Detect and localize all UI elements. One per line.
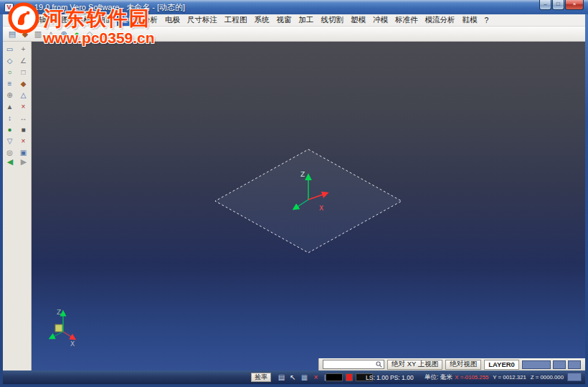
- absolute-view-button[interactable]: 绝对视图: [445, 360, 481, 370]
- color-swatch[interactable]: [346, 373, 353, 381]
- window-title: VISI 19.0 from Vero Software - 未命名 - [动态…: [17, 2, 185, 13]
- status-indicator: [567, 373, 582, 381]
- tool-icon[interactable]: ▽: [4, 136, 16, 146]
- menu-item[interactable]: 视图: [50, 14, 72, 26]
- menu-item[interactable]: 曲面: [95, 14, 117, 26]
- tool-icon[interactable]: ○: [4, 67, 16, 78]
- status-bar: 捡率 ▤↖▦×▥ LS: 1.00 PS: 1.00 单位: 毫米 X =-01…: [3, 370, 585, 384]
- menu-item[interactable]: 线切割: [318, 14, 348, 26]
- tool-icon[interactable]: ⊕: [4, 90, 16, 101]
- color-swatch[interactable]: [326, 373, 343, 381]
- menu-item[interactable]: 编辑: [28, 14, 50, 26]
- tool-icon[interactable]: ↕: [4, 113, 16, 123]
- app-icon: V: [4, 3, 14, 12]
- menu-item[interactable]: 建模: [117, 14, 139, 26]
- left-toolbar: ▭+◇∠○□≡◆⊕△▲×↕↔●■▽×◎▣: [3, 42, 32, 370]
- menu-item[interactable]: 分析: [139, 14, 161, 26]
- menu-item[interactable]: ?: [481, 15, 493, 25]
- layer-swatch[interactable]: [553, 360, 566, 369]
- view-mode-button[interactable]: 绝对 XY 上视图: [387, 360, 442, 370]
- menu-item[interactable]: 线框: [72, 14, 95, 26]
- viewport-scene: Z X Z X: [32, 42, 585, 370]
- status-icon[interactable]: ▤: [277, 373, 286, 382]
- toolbar-icon[interactable]: ⊕: [58, 28, 70, 39]
- tool-icon[interactable]: ↔: [18, 113, 29, 123]
- menu-item[interactable]: 标准件: [392, 14, 422, 26]
- mini-axis-z-label: Z: [57, 309, 61, 316]
- axis-z-label: Z: [300, 171, 305, 178]
- view-nav: ◀ ▶: [4, 157, 29, 167]
- menu-item[interactable]: 工程图: [221, 14, 251, 26]
- nav-forward-button[interactable]: ▶: [18, 157, 29, 167]
- search-icon: [376, 361, 382, 368]
- layer-swatch[interactable]: [568, 360, 581, 369]
- coord-z: Z = 0000.000: [531, 374, 564, 381]
- coordinate-readout: X =-0105.255 Y = 0012.321 Z = 0000.000: [455, 370, 564, 384]
- command-searchbox: [323, 360, 384, 369]
- toolbar-icon[interactable]: ▤: [6, 28, 18, 39]
- titlebar[interactable]: V VISI 19.0 from Vero Software - 未命名 - […: [0, 0, 588, 14]
- coord-y: Y = 0012.321: [493, 374, 526, 381]
- toolbar-icon[interactable]: △: [45, 28, 57, 39]
- axis-x-label: X: [319, 205, 323, 212]
- scale-readout: LS: 1.00 PS: 1.00: [366, 370, 414, 384]
- tool-icon[interactable]: △: [18, 90, 29, 101]
- snap-button[interactable]: 捡率: [251, 373, 271, 382]
- status-icon[interactable]: ▦: [300, 373, 309, 382]
- tool-icon[interactable]: □: [18, 67, 29, 78]
- menu-item[interactable]: 加工: [295, 14, 318, 26]
- close-button[interactable]: ×: [565, 0, 584, 10]
- tool-icon[interactable]: ●: [4, 124, 16, 135]
- menu-item[interactable]: 系统: [251, 14, 273, 26]
- minimize-button[interactable]: –: [539, 0, 551, 10]
- command-search-input[interactable]: [325, 361, 376, 368]
- menu-item[interactable]: 电极: [161, 14, 184, 26]
- toolbar-icon[interactable]: ▥: [32, 28, 44, 39]
- layer-swatch[interactable]: [522, 360, 551, 369]
- status-icon[interactable]: ↖: [288, 373, 298, 382]
- toolbar-icon[interactable]: ◆: [19, 28, 31, 39]
- mini-triad-plane: [55, 325, 62, 332]
- view-status-bar: 绝对 XY 上视图 绝对视图 LAYER0: [318, 358, 585, 370]
- toolbar-icon[interactable]: ▲: [97, 28, 108, 39]
- menubar: 文件编辑视图线框曲面建模分析电极尺寸标注工程图系统视窗加工线切割塑模冲模标准件模…: [3, 14, 585, 27]
- layer-button[interactable]: LAYER0: [484, 360, 519, 370]
- window-controls: – □ ×: [539, 0, 584, 10]
- status-icons: ▤↖▦×▥: [277, 370, 332, 384]
- tool-icon[interactable]: ▲: [4, 101, 16, 112]
- maximize-button[interactable]: □: [552, 0, 564, 10]
- menu-item[interactable]: 冲模: [369, 14, 392, 26]
- tool-icon[interactable]: ×: [18, 101, 29, 112]
- tool-icon[interactable]: ≡: [4, 78, 16, 89]
- units-readout: 单位: 毫米: [425, 370, 452, 384]
- menu-item[interactable]: 模流分析: [422, 14, 459, 26]
- tool-icon[interactable]: ■: [18, 124, 29, 135]
- tool-icon[interactable]: ◆: [18, 78, 29, 89]
- tool-icon[interactable]: +: [18, 44, 29, 55]
- viewport[interactable]: Z X Z X: [32, 42, 585, 370]
- menu-item[interactable]: 视窗: [273, 14, 295, 26]
- toolbar-icon[interactable]: ◇: [84, 28, 95, 39]
- menu-item[interactable]: 文件: [6, 14, 28, 26]
- menu-item[interactable]: 尺寸标注: [184, 14, 221, 26]
- coord-x: X =-0105.255: [455, 374, 488, 381]
- mini-axis-x-label: X: [70, 340, 75, 348]
- tool-icon[interactable]: ∠: [18, 55, 29, 66]
- tool-icon[interactable]: ◇: [4, 55, 16, 66]
- tool-icon[interactable]: ×: [18, 136, 29, 146]
- app-window: V VISI 19.0 from Vero Software - 未命名 - […: [0, 0, 588, 387]
- status-icon[interactable]: ×: [311, 373, 321, 382]
- tool-icon[interactable]: ▭: [4, 44, 16, 55]
- menu-item[interactable]: 鞋模: [459, 14, 481, 26]
- menu-item[interactable]: 塑模: [347, 14, 369, 26]
- layer-swatches: [522, 360, 581, 369]
- toolbar-icon[interactable]: ●: [71, 28, 82, 39]
- mini-triad: Z X: [50, 309, 75, 348]
- main-toolbar: ▤◆▥△⊕●◇▲: [3, 27, 585, 42]
- nav-back-button[interactable]: ◀: [4, 157, 16, 167]
- work-plane: [215, 149, 402, 253]
